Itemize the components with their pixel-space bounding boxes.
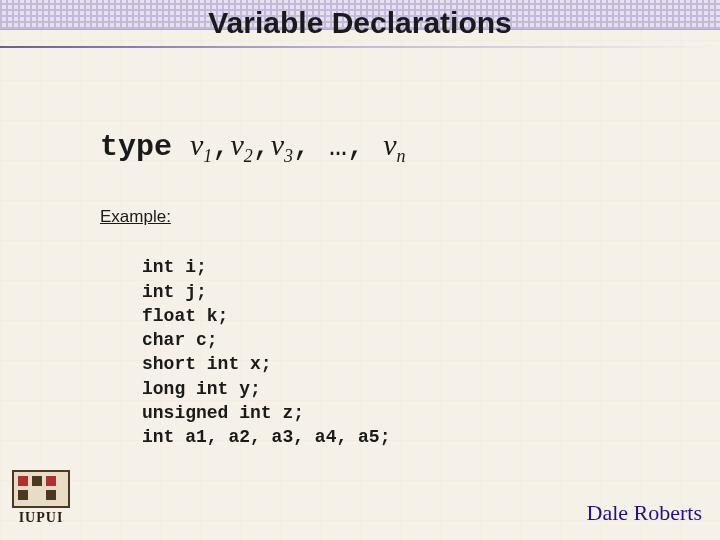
- code-line: int j;: [142, 282, 207, 302]
- page-title: Variable Declarations: [0, 6, 720, 52]
- logo-icon: [12, 470, 70, 508]
- syntax-var-1: v1: [190, 128, 212, 161]
- code-line: char c;: [142, 330, 218, 350]
- slide-content: type v1,v2,v3, …, vn Example: int i; int…: [0, 48, 720, 450]
- code-line: short int x;: [142, 354, 272, 374]
- iupui-logo: IUPUI: [12, 470, 70, 528]
- code-line: float k;: [142, 306, 228, 326]
- syntax-keyword: type: [100, 130, 172, 164]
- syntax-var-2: v2: [230, 128, 252, 161]
- code-line: long int y;: [142, 379, 261, 399]
- code-line: int i;: [142, 257, 207, 277]
- syntax-var-n: vn: [383, 128, 405, 161]
- example-label: Example:: [100, 207, 630, 227]
- syntax-line: type v1,v2,v3, …, vn: [100, 128, 630, 167]
- code-line: int a1, a2, a3, a4, a5;: [142, 427, 390, 447]
- example-code: int i; int j; float k; char c; short int…: [100, 231, 630, 450]
- syntax-ellipsis: …: [329, 130, 347, 164]
- logo-text: IUPUI: [12, 510, 70, 526]
- author-name: Dale Roberts: [587, 500, 702, 526]
- syntax-var-3: v3: [271, 128, 293, 161]
- code-line: unsigned int z;: [142, 403, 304, 423]
